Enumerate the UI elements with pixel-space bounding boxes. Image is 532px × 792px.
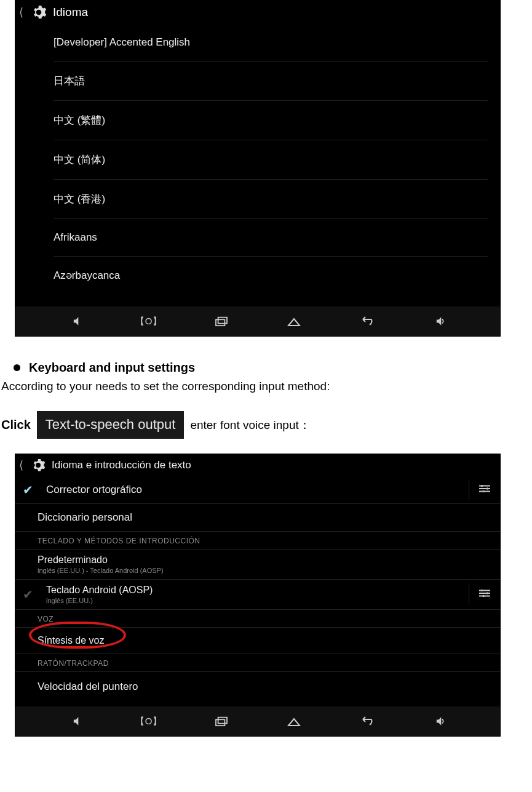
screenshot-icon[interactable]: 【O】: [140, 314, 158, 329]
settings-header[interactable]: ⟨ Idioma e introducción de texto: [15, 454, 500, 476]
list-item[interactable]: 中文 (繁體): [54, 101, 488, 140]
checkmark-icon[interactable]: ✔: [19, 482, 36, 497]
screenshot-language-input: ⟨ Idioma e introducción de texto ✔ Corre…: [15, 454, 501, 737]
list-item[interactable]: 日本語: [54, 62, 488, 101]
row-title: Diccionario personal: [38, 511, 500, 524]
row-title: Corrector ortográfico: [46, 484, 142, 496]
svg-point-7: [482, 595, 485, 598]
recents-icon[interactable]: [212, 714, 231, 729]
gear-icon: [31, 4, 47, 20]
svg-point-5: [481, 590, 483, 592]
row-subtitle: inglés (EE.UU.) - Teclado Android (AOSP): [38, 567, 500, 574]
annotation-circle-icon: [29, 622, 126, 649]
back-nav-icon[interactable]: [357, 714, 376, 729]
svg-rect-8: [216, 720, 224, 726]
header-title: Idioma: [53, 6, 88, 19]
svg-point-3: [486, 488, 489, 490]
row-title: Teclado Android (AOSP): [46, 585, 153, 596]
header-title: Idioma e introducción de texto: [52, 459, 191, 471]
row-corrector[interactable]: ✔ Corrector ortográfico: [15, 476, 500, 504]
home-icon[interactable]: [285, 314, 303, 329]
settings-header[interactable]: ⟨ Idioma: [15, 1, 500, 24]
list-item[interactable]: [Developer] Accented English: [54, 24, 488, 62]
svg-point-6: [486, 593, 489, 595]
section-heading: Keyboard and input settings: [29, 359, 195, 377]
svg-point-4: [482, 490, 485, 493]
svg-rect-9: [218, 718, 227, 724]
row-title: Velocidad del puntero: [38, 681, 500, 693]
row-teclado[interactable]: ✔ Teclado Android (AOSP) inglés (EE.UU.): [15, 580, 500, 610]
gear-icon: [31, 458, 46, 473]
back-nav-icon[interactable]: [357, 314, 376, 329]
section-label-mouse: RATÓN/TRACKPAD: [15, 654, 500, 672]
row-predeterminado[interactable]: Predeterminado inglés (EE.UU.) - Teclado…: [15, 550, 500, 580]
tts-chip: Text-to-speech output: [37, 411, 185, 439]
volume-up-icon[interactable]: [430, 314, 448, 329]
back-icon[interactable]: ⟨: [18, 458, 25, 472]
volume-down-icon[interactable]: [67, 314, 85, 329]
language-list: [Developer] Accented English 日本語 中文 (繁體)…: [15, 24, 500, 306]
row-diccionario[interactable]: Diccionario personal: [15, 504, 500, 532]
body-text: According to your needs to set the corre…: [1, 378, 531, 395]
list-item[interactable]: Azərbaycanca: [54, 257, 488, 294]
svg-rect-1: [218, 318, 227, 324]
sliders-icon[interactable]: [478, 588, 491, 601]
back-icon[interactable]: ⟨: [18, 6, 25, 19]
row-title: Predeterminado: [38, 554, 500, 566]
svg-rect-0: [216, 319, 224, 326]
divider: [469, 480, 469, 500]
divider: [469, 583, 469, 606]
bullet-icon: [14, 364, 20, 371]
row-subtitle: inglés (EE.UU.): [46, 597, 153, 604]
nav-bar: 【O】: [15, 306, 500, 336]
section-label-keyboard: TECLADO Y MÉTODOS DE INTRODUCCIÓN: [15, 532, 500, 550]
checkmark-icon[interactable]: ✔: [19, 587, 36, 602]
list-item[interactable]: 中文 (简体): [54, 140, 488, 180]
after-chip-text: enter font voice input：: [190, 417, 310, 434]
list-item[interactable]: 中文 (香港): [54, 180, 488, 219]
screenshot-language-list: ⟨ Idioma [Developer] Accented English 日本…: [15, 0, 501, 337]
svg-point-2: [481, 485, 483, 487]
row-velocidad[interactable]: Velocidad del puntero: [15, 672, 500, 704]
volume-down-icon[interactable]: [67, 714, 85, 729]
home-icon[interactable]: [285, 714, 303, 729]
list-item[interactable]: Afrikaans: [54, 219, 488, 257]
recents-icon[interactable]: [212, 314, 231, 329]
click-label: Click: [1, 416, 31, 434]
screenshot-icon[interactable]: 【O】: [140, 714, 158, 729]
document-text: Keyboard and input settings According to…: [0, 355, 532, 451]
nav-bar: 【O】: [15, 706, 500, 736]
row-sintesis[interactable]: Síntesis de voz: [15, 628, 500, 654]
sliders-icon[interactable]: [478, 483, 491, 497]
volume-up-icon[interactable]: [430, 714, 448, 729]
